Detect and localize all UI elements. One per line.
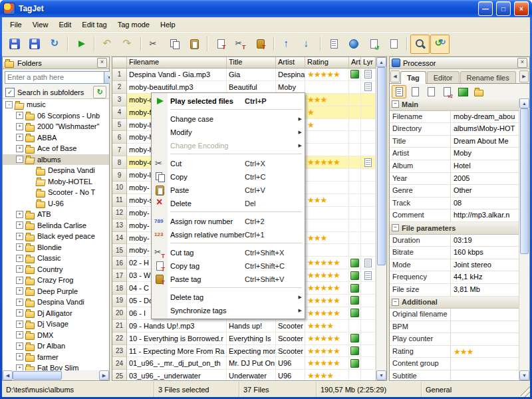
tree-item[interactable]: + 2000 "Wishmaster"	[3, 121, 109, 132]
scroll-down-icon[interactable]: ▼	[376, 370, 386, 380]
tree-expander[interactable]: +	[16, 221, 23, 229]
context-menu-item[interactable]: Play selected files Ctrl+P ▶	[153, 94, 303, 108]
paste-button[interactable]	[184, 35, 203, 54]
field-row[interactable]: Album Hotel	[390, 160, 519, 173]
scroll-right-icon[interactable]: ▶	[99, 370, 109, 380]
album-art-button[interactable]	[456, 85, 470, 98]
file-row[interactable]: 1 Despina Vandi - Gia.mp3 Gia Despina ★★…	[112, 68, 376, 81]
collapse-icon[interactable]: −	[392, 100, 399, 108]
tree-item[interactable]: + Dj Visage	[3, 319, 109, 330]
path-input[interactable]	[5, 72, 104, 83]
context-menu-item[interactable]: Synchronize tags ▶	[153, 304, 303, 317]
field-value[interactable]: 08	[451, 198, 519, 209]
tree-item[interactable]: + 06 Scorpions - Unb	[3, 110, 109, 122]
tree-item[interactable]: + Blondie	[3, 242, 109, 253]
browse-folder-button[interactable]	[471, 85, 486, 98]
file-row[interactable]: 22 10 - Everything is Borrowed.r Everyth…	[112, 332, 376, 345]
tree-expander[interactable]: +	[16, 233, 23, 240]
processor-tab[interactable]: Tag	[400, 71, 426, 84]
tree-expander[interactable]: -	[16, 156, 23, 163]
tree-item[interactable]: + Dj Alligator	[3, 308, 109, 319]
scrollbar-thumb[interactable]	[520, 108, 529, 254]
tree-expander[interactable]: +	[16, 265, 23, 273]
move-up-button[interactable]	[277, 35, 297, 54]
context-menu-item[interactable]: Copy tag Ctrl+Shift+C ▶	[153, 259, 303, 273]
menu[interactable]: Tag mode	[112, 19, 155, 30]
tree-item[interactable]: + Despina Vandi	[3, 297, 109, 308]
report-button[interactable]	[384, 35, 403, 54]
field-row[interactable]: Genre Other	[390, 185, 519, 198]
tree-expander[interactable]: +	[16, 342, 23, 350]
section-header[interactable]: − Additional	[390, 297, 519, 309]
tree-expander[interactable]: +	[16, 364, 23, 370]
tree-item[interactable]: + Classic	[3, 253, 109, 264]
section-header[interactable]: − Main	[390, 98, 519, 111]
field-row[interactable]: File size 3,81 Mb	[390, 284, 519, 297]
field-value[interactable]: Other	[451, 185, 519, 197]
tag-v2-button[interactable]	[440, 85, 454, 98]
field-row[interactable]: Subtitle	[390, 370, 519, 380]
column-header[interactable]	[112, 57, 127, 68]
field-row[interactable]: BPM	[390, 321, 519, 334]
context-menu-item[interactable]: Delete Del ▶	[153, 197, 303, 210]
field-row[interactable]: Title Dream About Me	[390, 136, 519, 148]
field-row[interactable]: Rating ★★★	[390, 346, 519, 358]
tree-item[interactable]: - music	[3, 99, 109, 110]
close-button[interactable]: ×	[514, 1, 529, 16]
tree-expander[interactable]: +	[16, 134, 23, 141]
tree-item[interactable]: + Dr Alban	[3, 340, 109, 352]
field-value[interactable]	[451, 309, 519, 321]
column-header[interactable]: Lyr	[361, 57, 376, 68]
copy-button[interactable]	[164, 35, 184, 54]
scroll-left-icon[interactable]: ◀	[3, 370, 13, 380]
processor-tab[interactable]: Rename files	[460, 71, 516, 83]
field-value[interactable]	[451, 321, 519, 333]
paste-tag-button[interactable]	[251, 35, 270, 54]
tag-sync-button[interactable]	[364, 35, 383, 54]
tree-expander[interactable]: +	[16, 353, 23, 360]
field-value[interactable]: 160 kbps	[451, 247, 519, 259]
column-header[interactable]: Artist	[276, 57, 305, 68]
tree-item[interactable]: Scooter - No T	[3, 187, 109, 198]
play-button[interactable]	[71, 35, 90, 54]
field-row[interactable]: Frequency 44,1 kHz	[390, 271, 519, 284]
subfolders-checkbox[interactable]: ✓	[5, 88, 15, 97]
field-value[interactable]: moby-dream_abou	[451, 111, 519, 123]
field-value[interactable]: Moby	[451, 148, 519, 160]
file-row[interactable]: 2 moby-beautiful.mp3 Beautiful Moby	[112, 81, 376, 94]
tree-expander[interactable]: +	[16, 255, 23, 262]
field-value[interactable]	[451, 370, 519, 380]
context-menu-item[interactable]: Cut tag Ctrl+Shift+X ▶	[153, 246, 303, 259]
cut-tag-button[interactable]	[231, 35, 250, 54]
field-value[interactable]: Hotel	[451, 160, 519, 172]
context-menu-item[interactable]: Copy Ctrl+C ▶	[153, 170, 303, 184]
file-list-scrollbar[interactable]: ▲ ▼	[376, 57, 386, 380]
tree-item[interactable]: + Deep Purple	[3, 286, 109, 297]
context-menu-item[interactable]: Change case ▶	[153, 112, 303, 126]
scrollbar-track[interactable]	[519, 108, 529, 370]
field-value[interactable]: ★★★	[451, 346, 519, 358]
maximize-button[interactable]: □	[496, 1, 511, 16]
auto-sync-button[interactable]	[430, 35, 450, 54]
file-row[interactable]: 23 11 - Expecting More From Ra Expecting…	[112, 345, 376, 358]
tree-expander[interactable]: +	[16, 299, 23, 306]
toolbar-separator[interactable]	[271, 35, 277, 53]
context-menu-item[interactable]: Paste Ctrl+V ▶	[153, 184, 303, 197]
tree-expander[interactable]: +	[16, 331, 23, 338]
field-row[interactable]: Comment http://mp3.alkar.n	[390, 209, 519, 222]
context-menu-item[interactable]: Assign row number Ctrl+2 ▶	[153, 215, 303, 228]
title-bar[interactable]: TagJet — □ ×	[0, 0, 532, 17]
field-value[interactable]: 3,81 Mb	[451, 284, 519, 296]
file-row[interactable]: 24 01_u96_-_mr._dj_put_on_th Mr. DJ Put …	[112, 357, 376, 370]
field-row[interactable]: Mode Joint stereo	[390, 259, 519, 272]
field-row[interactable]: Artist Moby	[390, 148, 519, 160]
copy-tag-button[interactable]	[211, 35, 230, 54]
scrollbar-track[interactable]	[376, 67, 386, 370]
tree-expander[interactable]: +	[16, 243, 23, 251]
toolbar-separator[interactable]	[404, 35, 410, 53]
section-header[interactable]: − File parameters	[390, 222, 519, 235]
tree-item[interactable]: + Country	[3, 264, 109, 275]
file-row[interactable]: 21 09 - Hands Up!.mp3 Hands up! Scooter …	[112, 320, 376, 332]
context-menu-item[interactable]: Cut Ctrl+X ▶	[153, 157, 303, 170]
field-row[interactable]: Track 08	[390, 198, 519, 210]
